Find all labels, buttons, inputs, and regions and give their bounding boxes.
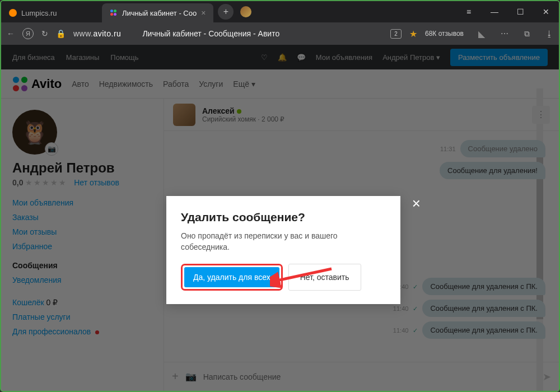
confirm-delete-button[interactable]: Да, удалить для всех: [184, 267, 279, 287]
close-window-icon[interactable]: ✕: [533, 1, 559, 22]
tab-label: Личный кабинет - Соо: [122, 9, 197, 17]
highlight-frame: Да, удалить для всех: [181, 264, 283, 291]
profile-avatar-icon[interactable]: [240, 6, 251, 17]
cancel-button[interactable]: Нет, оставить: [288, 264, 361, 291]
address-bar: ← Я ↻ 🔒 www.avito.ru Личный кабинет - Со…: [1, 22, 559, 45]
new-tab-button[interactable]: +: [218, 4, 234, 20]
tab-lumpics[interactable]: Lumpics.ru: [1, 3, 102, 22]
maximize-icon[interactable]: ☐: [507, 1, 533, 22]
delete-message-modal: × Удалить сообщение? Оно пропадёт из пер…: [166, 196, 400, 304]
browser-titlebar: Lumpics.ru Личный кабинет - Соо × + ≡ ― …: [1, 1, 559, 22]
yandex-icon[interactable]: Я: [22, 28, 34, 39]
star-icon: ★: [409, 29, 417, 39]
minimize-icon[interactable]: ―: [482, 1, 507, 22]
page-title: Личный кабинет - Сообщения - Авито: [142, 29, 279, 38]
modal-title: Удалить сообщение?: [181, 211, 386, 224]
close-icon[interactable]: ×: [201, 8, 206, 17]
downloads-icon[interactable]: ⭳: [545, 29, 553, 38]
bookmark-icon[interactable]: ◣: [478, 29, 485, 39]
close-icon[interactable]: ×: [412, 195, 421, 212]
favicon-icon: [9, 9, 17, 17]
favicon-icon: [110, 9, 118, 17]
page-content: Для бизнеса Магазины Помощь ♡ 🔔 💬 Мои об…: [1, 45, 559, 391]
reviews-badge[interactable]: 68К отзывов: [425, 30, 464, 38]
menu-icon[interactable]: ≡: [456, 1, 482, 22]
more-icon[interactable]: ⋯: [501, 29, 508, 38]
lock-icon: 🔒: [56, 29, 66, 38]
tab-label: Lumpics.ru: [21, 9, 57, 17]
window-controls: ≡ ― ☐ ✕: [456, 1, 559, 22]
url-text[interactable]: www.avito.ru: [73, 29, 121, 38]
tab-avito[interactable]: Личный кабинет - Соо ×: [102, 3, 213, 22]
extensions-icon[interactable]: ⧉: [524, 29, 530, 39]
reload-icon[interactable]: ↻: [41, 29, 48, 38]
modal-body: Оно пропадёт из переписки у вас и вашего…: [181, 231, 386, 253]
shield-icon[interactable]: 2: [390, 29, 402, 39]
back-icon[interactable]: ←: [7, 29, 15, 38]
